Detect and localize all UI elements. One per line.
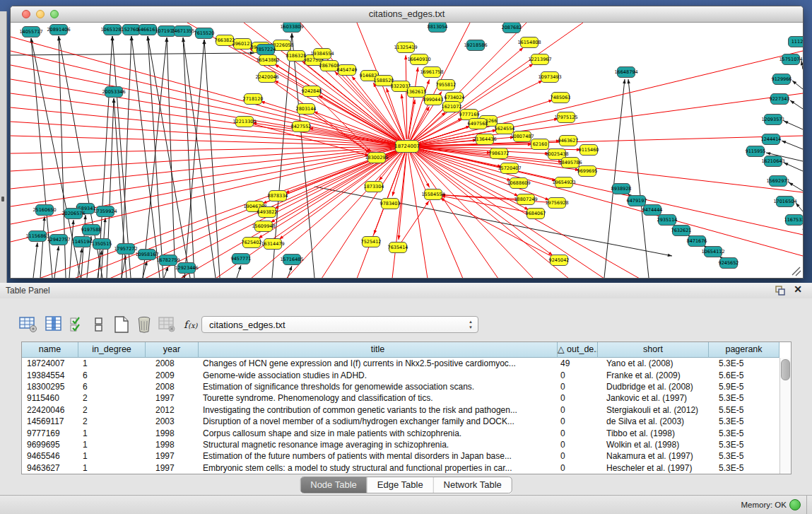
table-panel-title: Table Panel xyxy=(6,286,50,296)
table-row[interactable]: 1872400712008Changes of HCN gene express… xyxy=(22,358,791,369)
graph-node-label: 14671355 xyxy=(171,28,194,34)
table-cell: 5.3E-5 xyxy=(709,416,779,426)
graph-node-label: 21364436 xyxy=(473,136,496,142)
graph-node-label: 15692971 xyxy=(766,178,789,184)
table-row[interactable]: 946362711997Embryonic stem cells: a mode… xyxy=(22,462,791,474)
memory-status-label: Memory: OK xyxy=(741,501,787,509)
table-cell: 1998 xyxy=(146,440,199,450)
graph-node-label: 19384554 xyxy=(310,51,334,57)
graph-node-label: 11156863 xyxy=(25,233,49,239)
graph-node-label: 16961758 xyxy=(420,69,443,75)
table-cell: Estimation of the future numbers of pati… xyxy=(199,451,558,461)
graph-node-label: 7625402 xyxy=(242,240,262,245)
table-cell: 18724007 xyxy=(22,358,78,368)
table-cell: Jankovic et al. (1997) xyxy=(598,393,709,403)
table-scrollbar[interactable] xyxy=(779,358,791,474)
tab-network-table[interactable]: Network Table xyxy=(433,477,512,493)
table-cell: 2008 xyxy=(146,358,199,368)
table-cell: 0 xyxy=(558,440,598,450)
graph-node-label: 9197588 xyxy=(81,227,102,233)
table-cell: 2 xyxy=(78,405,146,415)
table-select-value: citations_edges.txt xyxy=(209,320,286,330)
table-row[interactable]: 969969511998Structural magnetic resonanc… xyxy=(22,439,791,450)
column-header-short[interactable]: short xyxy=(598,342,709,358)
table-cell: Disruption of a novel member of a sodium… xyxy=(199,416,558,426)
new-document-icon[interactable] xyxy=(112,315,131,334)
graph-node-label: 6734024 xyxy=(445,95,465,100)
graph-node-label: 8878334 xyxy=(268,193,288,199)
memory-ok-indicator[interactable] xyxy=(789,499,801,510)
column-header-in_degree[interactable]: in_degree xyxy=(78,342,146,358)
table-row[interactable]: 911546021997Tourette syndrome. Phenomeno… xyxy=(22,392,791,404)
status-bar: Memory: OK xyxy=(0,495,812,514)
graph-node-label: 17016504 xyxy=(773,199,796,204)
network-view[interactable]: 1872400718300295896012389129541822605816… xyxy=(11,23,803,278)
table-cell: 9699695 xyxy=(22,440,78,450)
tab-node-table[interactable]: Node Table xyxy=(300,477,367,493)
table-cell: 2008 xyxy=(146,382,199,392)
float-window-icon[interactable] xyxy=(775,286,785,296)
table-row[interactable]: 946554611997Estimation of the future num… xyxy=(22,450,791,462)
table-cell: 0 xyxy=(558,405,598,415)
graph-node-label: 12213967 xyxy=(528,57,551,62)
graph-node-label: 20053346 xyxy=(102,89,125,95)
table-settings-icon[interactable] xyxy=(18,315,38,334)
table-cell: Tibbo et al. (1998) xyxy=(598,428,709,438)
table-cell: Investigating the contribution of common… xyxy=(199,405,558,415)
graph-node-label: 9474444 xyxy=(642,207,663,213)
column-header-title[interactable]: title xyxy=(199,342,558,358)
graph-node-label: 12213309 xyxy=(233,119,256,124)
column-header-year[interactable]: year xyxy=(146,342,199,358)
trash-icon[interactable] xyxy=(134,315,154,334)
network-window-titlebar[interactable]: citations_edges.txt xyxy=(11,6,803,23)
table-cell: 18300295 xyxy=(22,382,78,392)
graph-node-label: 25160650 xyxy=(33,207,56,213)
table-cell: Franke et al. (2009) xyxy=(598,370,709,380)
graph-node-label: 15609948 xyxy=(252,223,275,229)
table-row[interactable]: 1938455462009Genome-wide association stu… xyxy=(22,369,791,380)
table-tabs: Node TableEdge TableNetwork Table xyxy=(300,477,512,493)
table-cell: Yano et al. (2008) xyxy=(598,358,709,368)
column-header-pagerank[interactable]: pagerank xyxy=(709,342,779,358)
graph-node-label: 9783403 xyxy=(380,201,401,206)
graph-node-label: 17975125 xyxy=(554,115,577,120)
graph-node-label: 10807487 xyxy=(510,134,534,139)
table-cell: 6 xyxy=(78,382,146,392)
table-cell: 1997 xyxy=(146,463,199,473)
row-height-icon[interactable] xyxy=(89,315,109,334)
function-fx-icon[interactable]: f (x) xyxy=(181,315,204,334)
table-cell: Genome-wide association studies in ADHD. xyxy=(199,370,558,380)
table-cell: 5.3E-5 xyxy=(709,463,779,473)
column-header-name[interactable]: name xyxy=(22,342,78,358)
table-cell: 2012 xyxy=(146,405,199,415)
graph-node-label: 7485063 xyxy=(551,95,571,100)
delete-table-disabled-icon[interactable] xyxy=(157,315,177,334)
close-icon[interactable]: ✕ xyxy=(794,284,802,295)
table-cell: 2 xyxy=(78,393,146,403)
select-checks-icon[interactable] xyxy=(68,315,88,334)
graph-node-label: 8471676 xyxy=(687,238,707,244)
svg-text:(x): (x) xyxy=(188,322,199,329)
table-row[interactable]: 1830029562008Estimation of significance … xyxy=(22,381,791,392)
table-row[interactable]: 1456911722003Disruption of a novel membe… xyxy=(22,416,791,427)
table-cell: 0 xyxy=(558,463,598,473)
table-select-dropdown[interactable]: citations_edges.txt ▲▼ xyxy=(201,316,478,333)
column-header-out_de[interactable]: △ out_de... xyxy=(558,342,598,358)
table-cell: 2009 xyxy=(146,370,199,380)
table-cell: 0 xyxy=(558,416,598,426)
table-panel-header: Table Panel ✕ xyxy=(0,283,812,299)
network-graph[interactable]: 1872400718300295896012389129541822605816… xyxy=(11,23,803,278)
table-cell: 1 xyxy=(78,440,146,450)
collapsed-control-panel[interactable] xyxy=(0,11,7,283)
table-row[interactable]: 2242004622012Investigating the contribut… xyxy=(22,404,791,416)
table-column-icon[interactable] xyxy=(44,315,64,334)
graph-node-label: 10688609 xyxy=(507,180,530,186)
tab-edge-table[interactable]: Edge Table xyxy=(367,477,433,493)
scrollbar-thumb[interactable] xyxy=(781,359,790,380)
graph-node-label: 20206576 xyxy=(61,211,85,216)
table-cell: 5.3E-5 xyxy=(709,358,779,368)
table-row[interactable]: 977716911998Corpus callosum shape and si… xyxy=(22,427,791,438)
graph-node-label: 7632621 xyxy=(671,228,692,233)
graph-node-label: 18724007 xyxy=(394,144,420,149)
node-table: namein_degreeyeartitle△ out_de...shortpa… xyxy=(21,341,792,474)
